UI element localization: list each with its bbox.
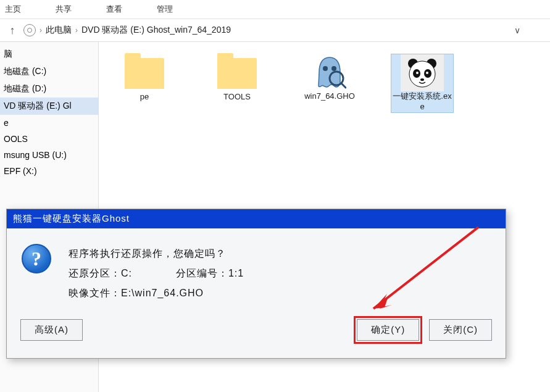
sidebar-item-disk-x[interactable]: EPF (X:) [0,163,98,179]
svg-point-11 [420,78,424,81]
sidebar-item-disk-d[interactable]: 地磁盘 (D:) [0,80,98,98]
ok-button[interactable]: 确定(Y) [357,319,419,341]
dialog-message: 程序将执行还原操作，您确定吗？ [69,244,244,264]
sidebar-item-pe[interactable]: e [0,115,98,131]
svg-point-9 [416,72,419,74]
file-label: 一键安装系统.exe [391,91,453,112]
folder-icon [125,58,164,89]
svg-point-10 [426,72,428,74]
dialog-text: 程序将执行还原操作，您确定吗？ 还原分区：C: 分区编号：1:1 映像文件：E:… [69,244,244,303]
svg-point-0 [323,66,328,71]
ribbon-tabs: 主页 共享 查看 管理 [0,0,550,19]
sidebar-item-disk-c[interactable]: 地磁盘 (C:) [0,63,98,80]
sidebar-item-usb-u[interactable]: msung USB (U:) [0,147,98,163]
partnum-value: 1:1 [228,268,244,278]
folder-tools[interactable]: TOOLS [206,54,268,102]
file-label: TOOLS [206,92,268,102]
tab-view[interactable]: 查看 [101,1,127,17]
chevron-down-icon[interactable]: ∨ [514,25,545,35]
folder-icon [217,58,257,89]
question-icon: ? [22,244,51,273]
svg-line-3 [341,83,346,88]
file-label: win7_64.GHO [299,91,360,102]
ghost-installer-dialog: 熊猫一键硬盘安装器Ghost ? 程序将执行还原操作，您确定吗？ 还原分区：C:… [6,209,506,359]
tab-home[interactable]: 主页 [0,1,26,17]
partition-value: C: [121,268,132,278]
file-label: pe [114,92,175,102]
advanced-button[interactable]: 高级(A) [20,319,83,341]
tab-share[interactable]: 共享 [51,1,77,17]
sidebar-item-tools[interactable]: OOLS [0,131,98,147]
close-button[interactable]: 关闭(C) [429,319,492,341]
partnum-label: 分区编号： [176,268,228,278]
ghost-icon [311,54,348,91]
chevron-right-icon: › [75,26,78,35]
panda-icon [401,54,444,91]
chevron-right-icon: › [40,26,42,35]
address-bar[interactable]: ↑ › 此电脑 › DVD 驱动器 (E:) Ghost_win7_64_201… [0,19,550,42]
file-gho[interactable]: win7_64.GHO [299,54,360,102]
file-installer-exe[interactable]: 一键安装系统.exe [391,54,453,112]
breadcrumb-this-pc[interactable]: 此电脑 [46,25,72,36]
up-arrow-icon[interactable]: ↑ [5,23,20,38]
dialog-title: 熊猫一键硬盘安装器Ghost [7,209,506,228]
disc-icon [23,24,36,36]
folder-pe[interactable]: pe [114,54,175,102]
tab-manage[interactable]: 管理 [152,1,178,17]
sidebar-item-dvd-e[interactable]: VD 驱动器 (E:) Gl [0,98,98,115]
partition-label: 还原分区： [69,268,121,278]
image-value: E:\win7_64.GHO [121,288,204,298]
sidebar-item-pc[interactable]: 脑 [0,46,98,63]
image-label: 映像文件： [69,288,121,298]
breadcrumb-drive[interactable]: DVD 驱动器 (E:) Ghost_win7_64_2019 [81,25,231,36]
svg-point-1 [331,66,336,71]
